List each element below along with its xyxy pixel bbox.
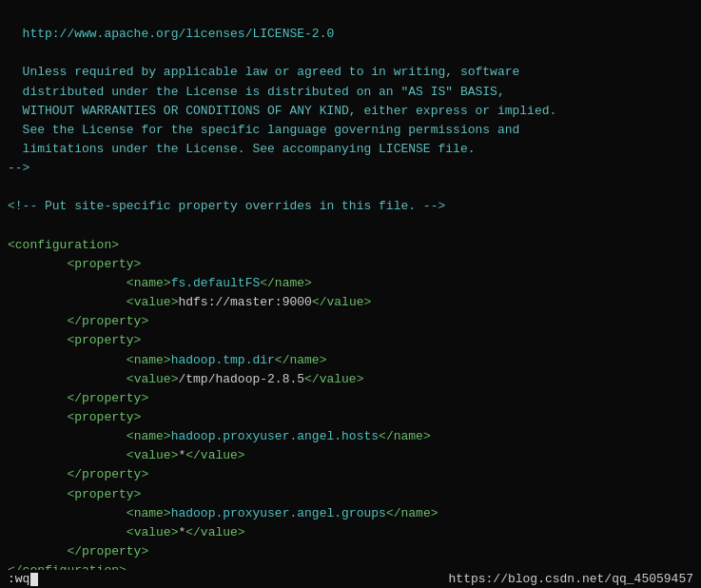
value-3: <value>*</value> (8, 448, 245, 462)
value-1: <value>hdfs://master:9000</value> (8, 295, 371, 309)
property-4-open: <property> (8, 487, 141, 501)
config-open: <configuration> (8, 238, 119, 252)
comment-line-2: distributed under the License is distrib… (8, 85, 505, 99)
comment-close: --> (8, 161, 29, 175)
property-2-open: <property> (8, 333, 141, 347)
property-1-close: </property> (8, 314, 148, 328)
vim-command: :wq (8, 572, 38, 586)
name-2: <name>hadoop.tmp.dir</name> (8, 353, 326, 367)
property-2-close: </property> (8, 391, 148, 405)
property-1-open: <property> (8, 257, 141, 271)
comment-line-5: limitations under the License. See accom… (8, 142, 475, 156)
property-3-close: </property> (8, 467, 148, 481)
comment-line-4: See the License for the specific languag… (8, 123, 519, 137)
comment-inline: <!-- Put site-specific property override… (8, 199, 445, 213)
name-3: <name>hadoop.proxyuser.angel.hosts</name… (8, 429, 431, 443)
comment-line-1: Unless required by applicable law or agr… (8, 65, 519, 79)
name-1: <name>fs.defaultFS</name> (8, 276, 312, 290)
cursor (30, 573, 38, 586)
property-4-close: </property> (8, 544, 148, 559)
editor-content: http://www.apache.org/licenses/LICENSE-2… (0, 0, 701, 588)
property-3-open: <property> (8, 410, 141, 424)
value-2: <value>/tmp/hadoop-2.8.5</value> (8, 372, 363, 386)
comment-line-3: WITHOUT WARRANTIES OR CONDITIONS OF ANY … (8, 104, 556, 118)
url-line: http://www.apache.org/licenses/LICENSE-2… (8, 27, 334, 41)
blog-url: https://blog.csdn.net/qq_45059457 (449, 572, 693, 586)
command-text: :wq (8, 572, 29, 586)
status-bar: :wq https://blog.csdn.net/qq_45059457 (0, 570, 701, 588)
value-4: <value>*</value> (8, 525, 245, 539)
name-4: <name>hadoop.proxyuser.angel.groups</nam… (8, 506, 438, 520)
